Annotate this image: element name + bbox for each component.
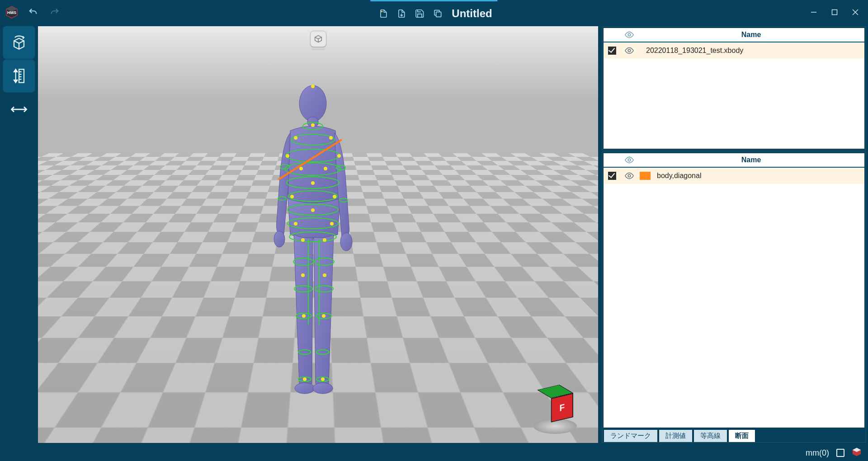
section-list-row[interactable]: body,diagonal xyxy=(604,168,864,184)
tab-measure[interactable]: 計測値 xyxy=(659,429,693,442)
title-bar: HMS Untitled xyxy=(0,0,868,24)
svg-point-44 xyxy=(311,85,315,88)
svg-point-67 xyxy=(628,49,631,52)
close-button[interactable] xyxy=(846,3,864,21)
view-cube[interactable]: R F xyxy=(530,384,580,434)
window-controls xyxy=(805,3,868,21)
tab-section[interactable]: 断面 xyxy=(728,429,755,442)
status-toggle[interactable] xyxy=(836,449,844,457)
svg-point-59 xyxy=(323,238,326,242)
column-name-header: Name xyxy=(638,156,864,164)
titlebar-left: HMS xyxy=(0,5,62,20)
section-list-panel: Name body,diagonal ランドマーク 計測値 等高線 断面 xyxy=(602,151,866,443)
svg-rect-4 xyxy=(436,12,441,17)
new-scene-icon[interactable] xyxy=(376,6,391,21)
scan-list-row[interactable]: 20220118_193021_test.xbody xyxy=(604,42,864,59)
status-bar: mm(0) xyxy=(0,445,868,461)
svg-point-54 xyxy=(333,195,336,198)
main-area: R F Name 20220118_ xyxy=(0,24,868,445)
svg-point-47 xyxy=(329,136,333,140)
minimize-button[interactable] xyxy=(805,3,823,21)
svg-point-12 xyxy=(299,85,326,122)
viewcube-front[interactable]: F xyxy=(551,393,573,423)
units-label: mm(0) xyxy=(806,448,829,458)
svg-point-65 xyxy=(321,377,325,381)
svg-point-63 xyxy=(322,314,326,318)
section-list-header: Name xyxy=(604,153,864,168)
svg-point-51 xyxy=(324,167,327,170)
tool-span-button[interactable] xyxy=(3,93,35,126)
document-title: Untitled xyxy=(452,7,492,20)
svg-point-15 xyxy=(340,233,352,251)
tab-contour[interactable]: 等高線 xyxy=(693,429,727,442)
tool-view-button[interactable] xyxy=(3,26,35,59)
import-icon[interactable] xyxy=(394,6,409,21)
tool-measure-button[interactable] xyxy=(3,60,35,92)
svg-point-48 xyxy=(286,154,289,158)
svg-point-68 xyxy=(628,159,631,161)
section-row-name: body,diagonal xyxy=(655,172,864,180)
svg-point-52 xyxy=(311,181,315,185)
column-name-header: Name xyxy=(638,31,864,39)
svg-point-56 xyxy=(294,222,297,226)
status-logo-icon[interactable] xyxy=(852,447,862,459)
svg-point-46 xyxy=(294,136,297,140)
svg-point-61 xyxy=(323,273,326,277)
eye-icon[interactable] xyxy=(621,155,638,165)
svg-point-49 xyxy=(337,154,341,158)
titlebar-center: Untitled xyxy=(370,0,497,24)
save-icon[interactable] xyxy=(412,6,427,21)
svg-point-14 xyxy=(274,231,285,247)
svg-point-16 xyxy=(295,383,315,394)
svg-point-58 xyxy=(301,238,305,242)
svg-point-64 xyxy=(303,377,307,381)
body-model xyxy=(245,72,381,397)
scan-row-checkbox[interactable] xyxy=(608,47,616,55)
scan-list-panel: Name 20220118_193021_test.xbody xyxy=(602,26,866,151)
svg-point-53 xyxy=(290,195,294,198)
svg-point-66 xyxy=(628,33,631,36)
svg-point-69 xyxy=(628,174,631,177)
redo-button[interactable] xyxy=(47,5,62,20)
svg-text:HMS: HMS xyxy=(7,10,16,15)
right-column: Name 20220118_193021_test.xbody xyxy=(602,26,866,443)
maximize-button[interactable] xyxy=(826,3,844,21)
3d-viewport[interactable]: R F xyxy=(38,26,598,443)
svg-point-17 xyxy=(313,383,333,394)
undo-button[interactable] xyxy=(25,5,41,20)
copy-icon[interactable] xyxy=(430,6,445,21)
svg-point-60 xyxy=(301,273,305,277)
tab-landmark[interactable]: ランドマーク xyxy=(604,429,658,442)
scan-row-name: 20220118_193021_test.xbody xyxy=(638,47,864,55)
eye-icon[interactable] xyxy=(621,171,638,181)
eye-icon[interactable] xyxy=(621,46,638,56)
tool-rail xyxy=(0,24,38,445)
panel-tabs: ランドマーク 計測値 等高線 断面 xyxy=(603,428,865,442)
scan-list-header: Name xyxy=(604,28,864,42)
svg-point-57 xyxy=(330,222,334,226)
camera-reset-button[interactable] xyxy=(310,31,326,47)
eye-icon[interactable] xyxy=(621,30,638,40)
svg-rect-6 xyxy=(832,10,837,15)
color-swatch[interactable] xyxy=(640,172,651,180)
svg-point-45 xyxy=(311,123,315,127)
svg-point-62 xyxy=(302,314,306,318)
section-row-checkbox[interactable] xyxy=(608,172,616,180)
svg-point-3 xyxy=(381,10,383,12)
svg-point-55 xyxy=(311,208,315,212)
svg-point-50 xyxy=(299,167,303,170)
app-logo[interactable]: HMS xyxy=(5,5,19,19)
